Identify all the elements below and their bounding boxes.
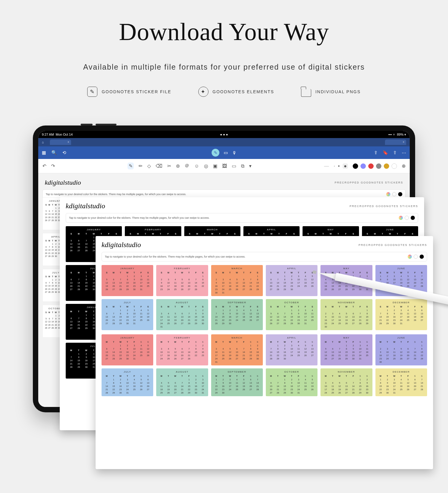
calendar-month: MAYMTWTFSS123456789101112131415161718192… [320,334,372,365]
calendar-month: DECEMBERMTWTFSS1234567891011121314151617… [375,368,427,396]
tool-icon[interactable]: ▭ [232,163,236,169]
format-label: GOODNOTES ELEMENTS [213,89,274,94]
mic-icon[interactable]: 🎙 [232,150,237,155]
calendar-month: MARCHSMTWTFS1234567891011121314151617181… [211,265,263,296]
tool-icon[interactable]: ☺ [194,163,199,169]
brand-label: PRECROPPED GOODNOTES STICKERS [335,181,403,184]
tool-icon[interactable]: 🖼 [222,163,227,169]
app-toolbar: ▦ 🔍 ⟲ ✎ ▭ 🎙 ⇪ 🔖 ⇧ ⋯ [38,146,410,159]
brand-logo: kdigitalstudio [102,241,141,249]
calendar-month: JUNEMTWTFSS12345678910111213141516171819… [375,334,427,365]
sticker-sheet-color: kdigitalstudio PRECROPPED GOODNOTES STIC… [96,236,433,469]
color-swatch[interactable] [353,163,358,169]
color-black-icon[interactable] [398,192,402,196]
calendar-month: APRILMTWTFSS1234567891011121314151617181… [266,334,317,365]
bookmark-icon[interactable]: 🔖 [383,150,388,155]
formats-row: ✎ GOODNOTES STICKER FILE ✦ GOODNOTES ELE… [0,87,448,97]
tool-icon[interactable]: ✎ [128,163,134,169]
color-white-icon[interactable] [414,255,418,259]
keyboard-icon[interactable]: ▭ [224,150,228,155]
calendar-month: NOVEMBERSMTWTFS1234567891011121314151617… [320,299,372,330]
pen-mode-icon[interactable]: ✎ [212,149,220,157]
tab-2[interactable]: × [385,140,406,145]
calendar-month: APRILSMTWTFS1234567891011121314151617181… [266,265,317,296]
brand-logo: kdigitalstudio [45,179,81,186]
tool-icon[interactable]: ▣ [213,163,217,169]
color-rainbow-icon[interactable] [408,255,412,259]
color-swatch[interactable] [376,163,381,169]
share-icon[interactable]: ⇧ [393,150,397,155]
divider-icon: — [324,163,329,169]
tab-1[interactable]: × [50,140,71,145]
hero-title: Download Your Way [0,18,448,46]
calendar-month: DECEMBERSMTWTFS1234567891011121314151617… [375,299,427,330]
hint-bar: Tap to navigate to your desired color fo… [102,252,427,261]
format-label: GOODNOTES STICKER FILE [102,89,171,94]
folder-icon [301,89,311,97]
color-white-icon[interactable] [405,216,409,220]
color-rainbow-icon[interactable] [399,216,403,220]
tool-icon[interactable]: ✂ [167,163,171,169]
export-icon[interactable]: ⇪ [374,150,378,155]
tool-icon[interactable]: ▾ [249,163,251,169]
calendar-month: JANUARYMTWTFSS12345678910111213141516171… [102,334,153,365]
redo-icon[interactable]: ↷ [51,163,55,169]
brand-label: PRECROPPED GOODNOTES STICKERS [349,205,418,208]
calendar-month: AUGUSTMTWTFSS123456789101112131415161718… [156,368,208,396]
tool-icon[interactable]: ⊚ [176,163,180,169]
home-icon[interactable]: ⌂ [42,140,44,144]
tool-icon[interactable]: ⧉ [241,163,244,169]
hint-bar: Tap to navigate to your desired color fo… [66,213,418,223]
status-bar: 9:27 AM Mon Oct 14 ● ● ● ••• ᯤ 89% ▮ [38,131,410,138]
calendar-month: FEBRUARYSMTWTFS1234567891011121314151617… [156,265,208,296]
calendar-month: JANUARYSMTWTFS12345678910111213141516171… [102,265,153,296]
calendar-month: AUGUSTSMTWTFS123456789101112131415161718… [156,299,208,330]
search-icon[interactable]: 🔍 [51,150,57,155]
calendar-month: MAYSMTWTFS123456789101112131415161718192… [320,265,372,296]
color-white-icon[interactable] [392,192,396,196]
hero-subtitle: Available in multiple file formats for y… [0,63,448,71]
calendar-month: JULYSMTWTFS12345678910111213141516171819… [102,299,153,330]
format-goodnotes-file: ✎ GOODNOTES STICKER FILE [87,87,171,97]
tool-icon[interactable]: ✏ [139,163,142,169]
undo-icon[interactable]: ↶ [42,163,46,169]
color-rainbow-icon[interactable] [386,192,390,196]
drawing-toolbar: ↶ ↷ ✎✏◇⌫✂⊚＠☺◎▣🖼▭⧉▾ — ·•● ⊕ [38,159,410,173]
color-black-icon[interactable] [420,255,424,259]
calendar-month: FEBRUARYMTWTFSS1234567891011121314151617… [156,334,208,365]
calendar-month: NOVEMBERMTWTFSS1234567891011121314151617… [320,368,372,396]
calendar-month: OCTOBERMTWTFSS12345678910111213141516171… [266,368,317,396]
stroke-size-icon[interactable]: • [338,163,340,169]
color-swatch[interactable] [360,163,366,169]
color-black-icon[interactable] [411,216,415,220]
add-icon[interactable]: ⊕ [402,163,406,169]
window-titlebar: ⌂ × × [38,138,410,146]
calendar-month: SEPTEMBERMTWTFSS123456789101112131415161… [211,368,263,396]
calendar-month: JUNESMTWTFS12345678910111213141516171819… [375,265,427,296]
brand-label: PRECROPPED GOODNOTES STICKERS [358,244,427,246]
tool-icon[interactable]: ⌫ [156,163,162,169]
color-swatch[interactable] [384,163,389,169]
grid-icon[interactable]: ▦ [42,150,46,155]
refresh-icon[interactable]: ⟲ [62,150,66,155]
calendar-month: MARCHMTWTFSS1234567891011121314151617181… [211,334,263,365]
color-swatch[interactable] [392,163,397,169]
tool-icon[interactable]: ◎ [204,163,208,169]
tool-icon[interactable]: ＠ [185,163,189,169]
tool-icon[interactable]: ◇ [147,163,151,169]
stroke-size-icon[interactable]: ● [343,163,348,169]
format-individual-pngs: INDIVIDUAL PNGS [301,87,361,97]
pen-icon: ✎ [87,87,97,97]
calendar-month: OCTOBERSMTWTFS12345678910111213141516171… [266,299,317,330]
more-icon[interactable]: ⋯ [402,150,406,155]
calendar-month: SEPTEMBERSMTWTFS123456789101112131415161… [211,299,263,330]
color-swatch[interactable] [368,163,374,169]
star-icon: ✦ [198,87,208,97]
calendar-month: JULYMTWTFSS12345678910111213141516171819… [102,368,153,396]
brand-logo: kdigitalstudio [66,202,105,210]
format-label: INDIVIDUAL PNGS [315,89,361,94]
stroke-size-icon[interactable]: · [334,163,335,169]
format-goodnotes-elements: ✦ GOODNOTES ELEMENTS [198,87,274,97]
